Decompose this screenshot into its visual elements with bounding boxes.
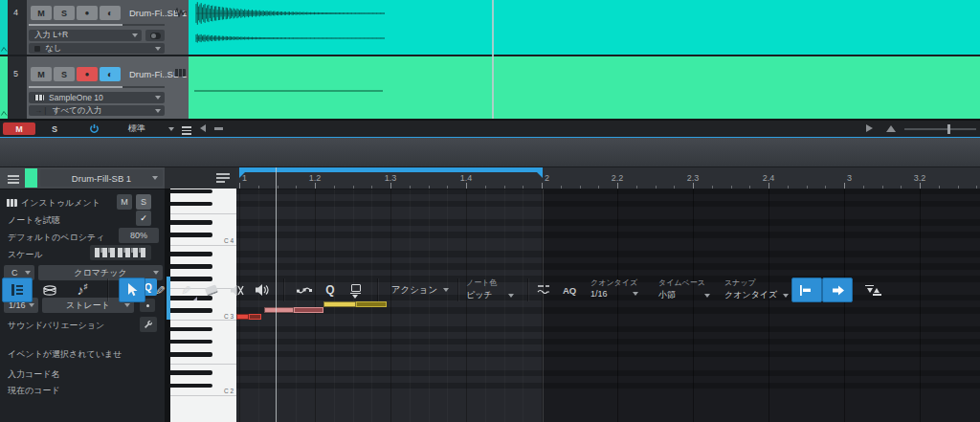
piano-roll-view-button[interactable] [2, 278, 33, 302]
instrument-clip[interactable] [189, 56, 980, 119]
channel-solo-button[interactable]: S [38, 122, 71, 135]
volume-fader[interactable] [29, 86, 122, 88]
black-key[interactable] [170, 189, 212, 194]
cursor-icon [126, 283, 139, 297]
drum-view-button[interactable] [38, 278, 61, 302]
black-key[interactable] [170, 384, 212, 389]
list-icon[interactable] [182, 124, 191, 137]
score-view-button[interactable]: ♪♯ [71, 278, 94, 302]
grid-line [844, 189, 845, 422]
ruler-tick [278, 186, 278, 189]
note-length-button[interactable] [859, 278, 886, 302]
black-key[interactable] [170, 264, 212, 269]
note-color-value: ピッチ [466, 289, 493, 301]
mute-tool-button[interactable] [225, 278, 248, 302]
preset-dropdown[interactable]: 標準 [115, 122, 182, 135]
black-key[interactable] [170, 233, 212, 237]
record-arm-button[interactable]: ● [77, 67, 98, 81]
minimize-icon[interactable] [214, 127, 223, 130]
zoom-slider-handle[interactable] [947, 124, 950, 134]
instrument-dropdown[interactable]: SampleOne 10 [29, 92, 165, 103]
scale-key [118, 248, 122, 257]
key-separator [170, 395, 236, 396]
keyboard-icon [34, 95, 44, 100]
humanize-button[interactable] [532, 278, 555, 302]
piano-roll-grid[interactable] [236, 189, 980, 422]
aq-button[interactable]: AQ [558, 278, 581, 302]
solo-button[interactable]: S [54, 6, 75, 20]
track-number: 4 [13, 8, 18, 17]
input-dropdown[interactable]: →❘ すべての入力 [29, 105, 165, 116]
zoom-up-icon[interactable] [886, 125, 896, 132]
midi-note[interactable] [264, 307, 294, 313]
black-key[interactable] [170, 252, 212, 256]
paint-tool-button[interactable]: ✎ [173, 278, 198, 302]
black-key[interactable] [170, 340, 212, 344]
eraser-tool-button[interactable] [200, 278, 223, 302]
instrument-label: インストゥルメント [21, 197, 100, 210]
track-header-4[interactable]: 4 M S ● ◐ Drum-Fi..SB 1 入力 L+R なし [0, 0, 189, 55]
channel-power-button[interactable] [82, 122, 105, 135]
input-dropdown[interactable]: 入力 L+R [29, 30, 142, 41]
monitor-button[interactable]: ◐ [100, 67, 121, 81]
audition-checkbox[interactable]: ✓ [136, 211, 151, 226]
note-color-dropdown[interactable]: ノート色 ピッチ [466, 278, 522, 301]
quantize-icon-button[interactable]: Q [320, 278, 341, 302]
midi-note[interactable] [294, 307, 323, 313]
scale-key [125, 248, 130, 257]
curve-tool-button[interactable] [291, 278, 318, 302]
ruler-tick [825, 186, 826, 189]
pencil-tool-button[interactable]: ✎ [148, 278, 171, 302]
velocity-value-field[interactable]: 80% [119, 228, 159, 243]
listen-tool-button[interactable] [250, 278, 275, 302]
bar-number: 2.4 [763, 173, 775, 183]
solo-button[interactable]: S [54, 67, 75, 81]
mute-button[interactable]: M [31, 6, 52, 20]
track-name-dropdown[interactable]: Drum-Fill-SB 1 [40, 169, 163, 187]
midi-note[interactable] [236, 314, 249, 320]
instrument-mute-button[interactable]: M [117, 194, 132, 210]
macro-button[interactable] [343, 278, 368, 302]
black-key[interactable] [170, 370, 212, 375]
volume-fader[interactable] [29, 24, 122, 26]
midi-note[interactable] [249, 314, 262, 320]
ruler-tick [749, 186, 750, 189]
loop-region[interactable] [239, 167, 543, 172]
timeline-ruler[interactable]: 11.21.31.422.22.32.433.2 [236, 167, 980, 189]
black-key[interactable] [170, 308, 212, 313]
piano-keyboard[interactable]: C 4C 3C 2 [165, 189, 236, 422]
record-arm-button[interactable]: ● [77, 6, 98, 20]
scale-key [95, 248, 100, 257]
menu-icon[interactable] [8, 173, 19, 186]
monitor-button[interactable]: ◐ [100, 6, 121, 20]
track-list-icon[interactable] [216, 173, 230, 183]
action-dropdown[interactable]: アクション [387, 278, 454, 302]
ruler-tick [731, 186, 732, 189]
black-key[interactable] [170, 220, 212, 225]
black-key[interactable] [170, 327, 212, 332]
output-dropdown[interactable]: なし [29, 43, 165, 54]
channel-mute-button[interactable]: M [3, 122, 35, 135]
nudge-right-button[interactable] [822, 278, 853, 302]
quantize-dropdown[interactable]: クオンタイズ 1/16 [590, 278, 652, 299]
scale-keyboard-widget[interactable] [90, 245, 151, 260]
audio-clip[interactable] [189, 0, 980, 55]
arrow-tool-button[interactable] [119, 278, 145, 302]
arrange-view: 4 M S ● ◐ Drum-Fi..SB 1 入力 L+R なし [0, 0, 980, 120]
play-small-icon[interactable] [866, 124, 873, 132]
zoom-slider[interactable] [904, 128, 976, 130]
track-color-swatch[interactable] [25, 168, 37, 188]
black-key[interactable] [170, 202, 212, 207]
collapse-left-icon[interactable] [200, 124, 206, 132]
sound-variation-label: サウンドバリエーション [8, 320, 104, 332]
black-key[interactable] [170, 352, 212, 357]
timebase-dropdown[interactable]: タイムベース 小節 [658, 278, 718, 301]
track-header-5[interactable]: 5 M S ● ◐ Drum-Fi..SB 1 SampleOne 10 →❘ … [0, 56, 189, 119]
wrench-button[interactable] [140, 317, 157, 332]
instrument-solo-button[interactable]: S [136, 194, 151, 210]
waveform-mini-icon [1, 110, 8, 117]
stereo-toggle[interactable] [145, 30, 165, 41]
snap-dropdown[interactable]: スナップ クオンタイズ [724, 278, 786, 301]
nudge-left-button[interactable] [791, 278, 822, 302]
mute-button[interactable]: M [31, 67, 52, 81]
